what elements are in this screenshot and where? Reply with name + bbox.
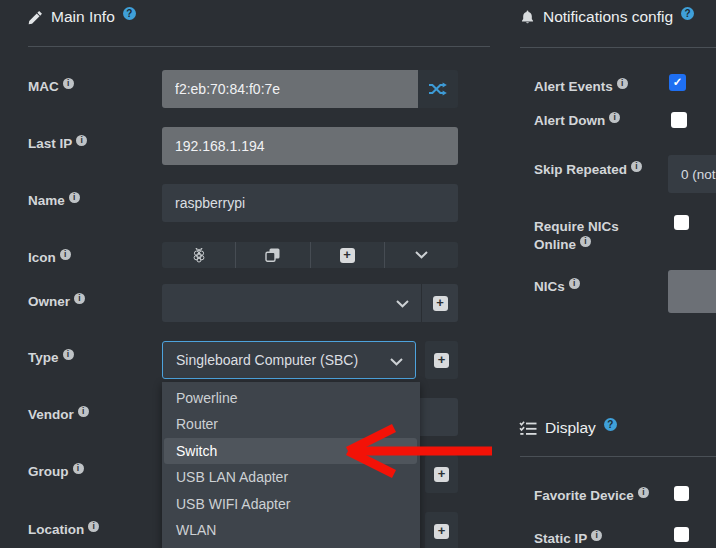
plus-square-icon: + xyxy=(434,467,449,482)
info-icon[interactable]: i xyxy=(74,293,85,304)
owner-field-group: + xyxy=(162,284,458,322)
info-icon[interactable]: i xyxy=(591,530,602,541)
add-icon-button[interactable]: + xyxy=(311,242,385,268)
info-icon[interactable]: i xyxy=(638,487,649,498)
type-label: Typei xyxy=(28,349,74,367)
dropdown-option-wlan[interactable]: WLAN xyxy=(162,517,420,543)
info-icon[interactable]: i xyxy=(63,78,74,89)
info-icon[interactable]: i xyxy=(63,349,74,360)
require-nics-online-label: Require NICs Onlinei xyxy=(534,218,634,254)
nics-label: NICsi xyxy=(534,278,580,296)
last-ip-input[interactable] xyxy=(162,127,458,165)
dropdown-option-powerline[interactable]: Powerline xyxy=(162,385,420,411)
info-icon[interactable]: i xyxy=(73,463,84,474)
notifications-config-title: Notifications config xyxy=(543,8,673,26)
dropdown-option-router[interactable]: Router xyxy=(162,411,420,437)
skip-repeated-label: Skip Repeatedi xyxy=(534,161,642,179)
main-info-header: Main Info ? xyxy=(28,8,136,26)
info-icon[interactable]: i xyxy=(609,112,620,123)
randomize-mac-button[interactable] xyxy=(418,70,458,108)
copy-icon-button[interactable] xyxy=(236,242,310,268)
bell-icon xyxy=(520,9,535,25)
static-ip-label: Static IPi xyxy=(534,530,602,548)
dropdown-option-usb-wifi-adapter[interactable]: USB WIFI Adapter xyxy=(162,491,420,517)
add-location-button[interactable]: + xyxy=(425,512,458,548)
current-icon-button[interactable] xyxy=(162,242,236,268)
add-type-button[interactable]: + xyxy=(425,341,458,379)
chevron-down-icon xyxy=(415,251,428,259)
add-owner-button[interactable]: + xyxy=(422,284,458,322)
help-icon[interactable]: ? xyxy=(123,7,136,20)
type-dropdown-list: Powerline Router Switch USB LAN Adapter … xyxy=(162,382,420,548)
alert-events-checkbox[interactable]: ✓ xyxy=(669,74,686,91)
help-icon[interactable]: ? xyxy=(604,418,617,431)
owner-select[interactable] xyxy=(162,284,421,322)
info-icon[interactable]: i xyxy=(617,78,628,89)
plus-square-icon: + xyxy=(340,248,355,263)
info-icon[interactable]: i xyxy=(78,406,89,417)
plus-square-icon: + xyxy=(434,524,449,539)
static-ip-checkbox[interactable]: ✓ xyxy=(674,527,689,542)
notifications-config-header: Notifications config ? xyxy=(520,8,694,26)
plus-square-icon: + xyxy=(433,296,448,311)
vendor-label: Vendori xyxy=(28,406,89,424)
icon-label: Iconi xyxy=(28,249,71,267)
info-icon[interactable]: i xyxy=(631,161,642,172)
last-ip-label: Last IPi xyxy=(28,135,87,153)
copy-icon xyxy=(265,248,280,263)
skip-repeated-select[interactable]: 0 (not xyxy=(668,155,716,193)
check-icon: ✓ xyxy=(673,76,683,88)
dropdown-option-usb-lan-adapter[interactable]: USB LAN Adapter xyxy=(162,464,420,490)
plus-square-icon: + xyxy=(434,353,449,368)
mac-input[interactable] xyxy=(162,70,418,108)
icon-dropdown-button[interactable] xyxy=(385,242,458,268)
info-icon[interactable]: i xyxy=(88,521,99,532)
display-header: Display ? xyxy=(519,419,617,437)
dropdown-option-switch[interactable]: Switch xyxy=(164,438,417,464)
icon-button-group: + xyxy=(162,242,458,268)
location-label: Locationi xyxy=(28,521,99,539)
info-icon[interactable]: i xyxy=(580,236,591,247)
raspberry-pi-icon xyxy=(192,247,206,263)
owner-label: Owneri xyxy=(28,293,85,311)
name-input[interactable] xyxy=(162,184,458,222)
nics-field[interactable] xyxy=(668,270,716,313)
type-select[interactable]: Singleboard Computer (SBC) xyxy=(162,341,416,379)
group-label: Groupi xyxy=(28,463,84,481)
display-divider xyxy=(520,456,716,457)
shuffle-icon xyxy=(429,82,447,96)
display-title: Display xyxy=(545,419,596,437)
info-icon[interactable]: i xyxy=(69,192,80,203)
add-group-button[interactable]: + xyxy=(425,455,458,493)
notifications-divider xyxy=(520,47,716,48)
alert-down-checkbox[interactable]: ✓ xyxy=(671,112,687,128)
info-icon[interactable]: i xyxy=(60,249,71,260)
require-nics-online-checkbox[interactable]: ✓ xyxy=(674,215,689,230)
help-icon[interactable]: ? xyxy=(681,7,694,20)
favorite-device-checkbox[interactable]: ✓ xyxy=(674,486,689,501)
info-icon[interactable]: i xyxy=(76,135,87,146)
alert-down-label: Alert Downi xyxy=(534,112,620,130)
pencil-icon xyxy=(28,10,43,25)
main-info-title: Main Info xyxy=(51,8,115,26)
chevron-down-icon xyxy=(390,358,403,366)
chevron-down-icon xyxy=(396,300,409,308)
info-icon[interactable]: i xyxy=(569,278,580,289)
main-info-divider xyxy=(28,46,490,47)
favorite-device-label: Favorite Devicei xyxy=(534,487,649,505)
tasks-list-icon xyxy=(519,421,537,435)
alert-events-label: Alert Eventsi xyxy=(534,78,628,96)
device-edit-screen: Main Info ? MACi Last IPi Namei Iconi xyxy=(0,0,716,548)
name-label: Namei xyxy=(28,192,80,210)
mac-label: MACi xyxy=(28,78,74,96)
